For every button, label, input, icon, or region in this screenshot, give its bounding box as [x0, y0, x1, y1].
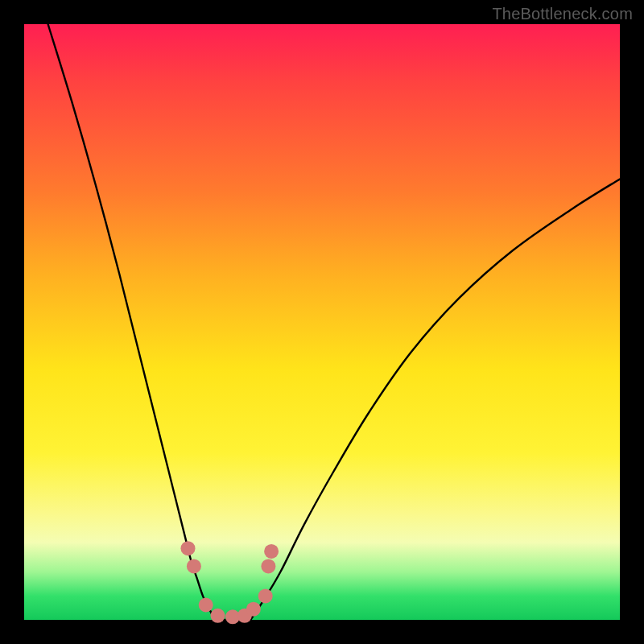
curve-layer [48, 24, 620, 621]
curve-svg [24, 24, 620, 620]
plot-area [24, 24, 620, 620]
marker-layer [181, 541, 279, 624]
curve-marker [211, 609, 225, 623]
bottleneck-curve [48, 24, 620, 621]
curve-marker [258, 588, 273, 603]
watermark-text: TheBottleneck.com [492, 5, 633, 23]
curve-marker [246, 602, 261, 617]
curve-marker [261, 559, 275, 573]
curve-marker [264, 544, 279, 559]
curve-marker [199, 598, 213, 613]
curve-marker [181, 541, 196, 555]
curve-marker [187, 559, 201, 573]
chart-frame: TheBottleneck.com [0, 0, 644, 644]
